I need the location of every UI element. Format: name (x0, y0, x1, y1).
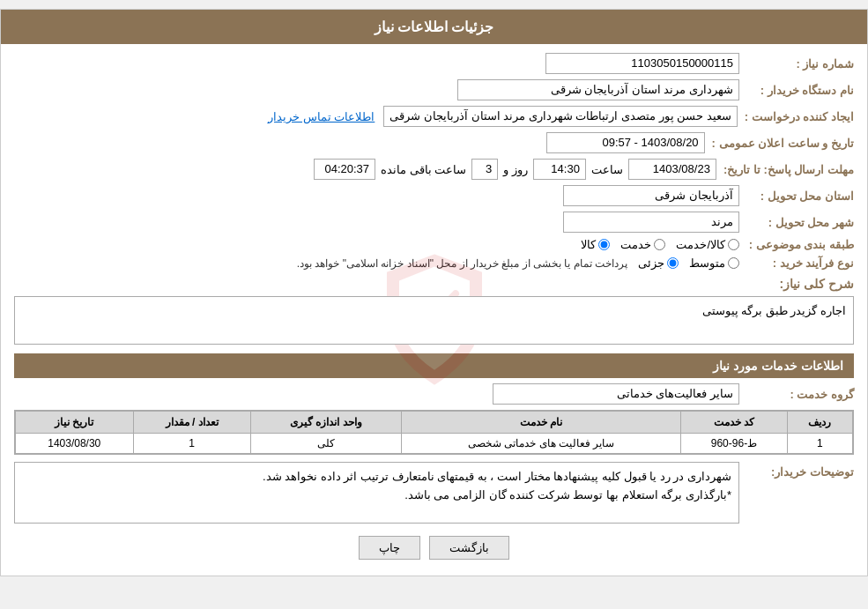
table-cell: 1 (787, 434, 852, 454)
radio-kala-khedmat[interactable] (728, 239, 739, 250)
province-row: استان محل تحویل : آذربایجان شرقی (14, 185, 854, 206)
description-value: اجاره گزیدر طبق برگه پیوستی (702, 304, 846, 317)
buyer-notes-line1: شهرداری در رد یا قبول کلیه پیشنهادها مخت… (22, 470, 731, 483)
page-header: جزئیات اطلاعات نیاز (1, 10, 867, 44)
services-section-header: اطلاعات خدمات مورد نیاز (14, 353, 854, 378)
service-group-value: سایر فعالیت‌های خدماتی (493, 383, 739, 405)
services-table-container: ردیف کد خدمت نام خدمت واحد اندازه گیری ت… (14, 410, 854, 455)
city-value: مرند (563, 212, 739, 233)
buyer-name-value: شهرداری مرند استان آذربایجان شرقی (457, 79, 739, 100)
services-table: ردیف کد خدمت نام خدمت واحد اندازه گیری ت… (15, 411, 853, 454)
deadline-label: مهلت ارسال پاسخ: تا تاریخ: (716, 163, 854, 176)
requester-row: ایجاد کننده درخواست : سعید حسن پور متصدی… (14, 106, 854, 127)
category-label: طبقه بندی موضوعی : (739, 238, 854, 251)
description-label: شرح کلی نیاز: (780, 277, 854, 291)
label-motawaset: متوسط (689, 256, 725, 270)
col-header-radif: ردیف (787, 412, 852, 434)
category-row: طبقه بندی موضوعی : کالا/خدمت خدمت کالا (14, 238, 854, 251)
need-number-row: شماره نیاز : 1103050150000115 (14, 53, 854, 74)
purchase-option-motawaset: متوسط (689, 256, 739, 270)
print-button[interactable]: چاپ (359, 536, 420, 560)
deadline-time-label: ساعت (586, 163, 628, 176)
main-container: جزئیات اطلاعات نیاز شماره نیاز : 1103050… (0, 9, 868, 576)
description-area: اجاره گزیدر طبق برگه پیوستی (14, 296, 854, 345)
deadline-time: 14:30 (533, 159, 586, 180)
category-radio-group: کالا/خدمت خدمت کالا (581, 238, 739, 251)
service-group-row: گروه خدمت : سایر فعالیت‌های خدماتی (14, 383, 854, 405)
category-option-khedmat: خدمت (620, 238, 665, 251)
buyer-notes-row: توضیحات خریدار: شهرداری در رد یا قبول کل… (14, 462, 854, 524)
need-number-label: شماره نیاز : (739, 57, 854, 71)
category-option-kala: کالا (581, 238, 610, 251)
col-header-code: کد خدمت (681, 412, 787, 434)
table-row: 1ط-96-960سایر فعالیت های خدماتی شخصیکلی1… (16, 434, 853, 454)
page-title: جزئیات اطلاعات نیاز (375, 19, 494, 34)
radio-khedmat[interactable] (654, 239, 665, 250)
label-kala: کالا (581, 238, 596, 251)
radio-jozi[interactable] (667, 257, 679, 269)
city-row: شهر محل تحویل : مرند (14, 212, 854, 233)
announce-date-label: تاریخ و ساعت اعلان عمومی : (705, 137, 854, 150)
service-group-label: گروه خدمت : (739, 388, 854, 401)
table-cell: 1 (133, 434, 250, 454)
purchase-option-jozi: جزئی (638, 256, 679, 270)
deadline-days: 3 (471, 159, 498, 180)
purchase-radio-group: متوسط جزئی (638, 256, 739, 270)
back-button[interactable]: بازگشت (429, 536, 509, 560)
deadline-remaining-label: ساعت باقی مانده (375, 163, 471, 176)
purchase-note: پرداخت تمام یا بخشی از مبلغ خریدار از مح… (297, 257, 627, 270)
announce-date-value: 1403/08/20 - 09:57 (546, 132, 705, 153)
need-number-value: 1103050150000115 (545, 53, 739, 74)
radio-kala[interactable] (598, 239, 610, 250)
table-cell: کلی (250, 434, 401, 454)
requester-value: سعید حسن پور متصدی ارتباطات شهرداری مرند… (383, 106, 738, 127)
announce-date-row: تاریخ و ساعت اعلان عمومی : 1403/08/20 - … (14, 132, 854, 153)
description-text-box: اجاره گزیدر طبق برگه پیوستی (14, 296, 854, 345)
buyer-name-row: نام دستگاه خریدار : شهرداری مرند استان آ… (14, 79, 854, 100)
province-label: استان محل تحویل : (739, 189, 854, 203)
deadline-days-label: روز و (498, 163, 533, 176)
buyer-notes-box: شهرداری در رد یا قبول کلیه پیشنهادها مخت… (14, 462, 739, 524)
col-header-qty: تعداد / مقدار (133, 412, 250, 434)
buyer-notes-line2: *بارگذاری برگه استعلام بها توسط شرکت کنن… (22, 488, 731, 501)
content-area: شماره نیاز : 1103050150000115 نام دستگاه… (1, 44, 867, 576)
col-header-date: تاریخ نیاز (16, 412, 134, 434)
table-cell: ط-96-960 (681, 434, 787, 454)
services-section-title: اطلاعات خدمات مورد نیاز (713, 359, 843, 373)
buyer-name-label: نام دستگاه خریدار : (739, 84, 854, 97)
label-khedmat: خدمت (620, 238, 651, 251)
requester-label: ایجاد کننده درخواست : (738, 110, 854, 123)
buyer-notes-label: توضیحات خریدار: (739, 462, 854, 479)
table-cell: سایر فعالیت های خدماتی شخصی (401, 434, 681, 454)
city-label: شهر محل تحویل : (739, 216, 854, 229)
category-option-kala-khedmat: کالا/خدمت (676, 238, 739, 251)
table-cell: 1403/08/30 (16, 434, 134, 454)
deadline-row: مهلت ارسال پاسخ: تا تاریخ: 1403/08/23 سا… (14, 159, 854, 180)
deadline-remaining: 04:20:37 (314, 159, 375, 180)
purchase-type-label: نوع فرآیند خرید : (739, 256, 854, 270)
col-header-unit: واحد اندازه گیری (250, 412, 401, 434)
purchase-type-row: نوع فرآیند خرید : متوسط جزئی پرداخت تمام… (14, 256, 854, 270)
label-kala-khedmat: کالا/خدمت (676, 238, 725, 251)
province-value: آذربایجان شرقی (563, 185, 739, 206)
button-row: بازگشت چاپ (14, 536, 854, 560)
deadline-date: 1403/08/23 (628, 159, 716, 180)
label-jozi: جزئی (638, 256, 664, 270)
col-header-name: نام خدمت (401, 412, 681, 434)
description-section-header: شرح کلی نیاز: (14, 277, 854, 291)
contact-link[interactable]: اطلاعات تماس خریدار (268, 110, 375, 123)
radio-motawaset[interactable] (728, 257, 739, 269)
